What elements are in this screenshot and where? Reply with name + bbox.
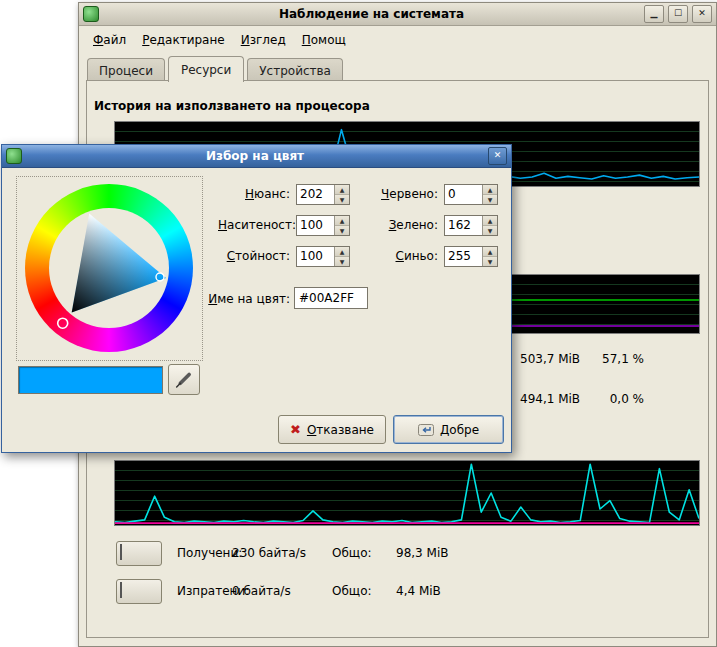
maximize-button[interactable]: ☐ [668, 5, 688, 23]
hue-down-arrow[interactable]: ▼ [335, 195, 349, 204]
network-sent-row: Изпратени: 0 байта/s Общо: 4,4 MiB [116, 577, 441, 605]
cpu-history-heading: История на използването на процесора [94, 99, 370, 113]
saturation-field: Наситеност: ▲▼ [218, 214, 350, 236]
sent-color-fill [120, 582, 122, 598]
minimize-icon: ▁ [651, 8, 658, 18]
saturation-up-arrow[interactable]: ▲ [335, 216, 349, 226]
red-down-arrow[interactable]: ▼ [483, 195, 497, 204]
memory-amount: 503,7 MiB [520, 352, 580, 366]
hue-label: Нюанс: [218, 187, 296, 201]
dialog-title: Избор на цвят [26, 149, 484, 163]
dialog-close-button[interactable]: ✕ [488, 147, 507, 165]
received-rate: 230 байта/s [232, 546, 332, 560]
network-received-row: Получени: 230 байта/s Общо: 98,3 MiB [116, 539, 448, 567]
blue-down-arrow[interactable]: ▼ [483, 257, 497, 266]
received-total-label: Общо: [332, 546, 396, 560]
ok-enter-icon [418, 422, 434, 438]
ok-button[interactable]: Добре [393, 415, 504, 444]
sent-color-button[interactable] [116, 579, 162, 604]
dialog-titlebar[interactable]: Избор на цвят ✕ [2, 145, 511, 168]
tab-processes[interactable]: Процеси [87, 58, 165, 82]
hue-up-arrow[interactable]: ▲ [335, 185, 349, 195]
swap-amount: 494,1 MiB [520, 392, 580, 406]
value-input[interactable] [297, 247, 334, 266]
green-input[interactable] [445, 216, 482, 235]
color-name-label: Име на цвят: [200, 292, 290, 306]
sv-triangle[interactable] [25, 184, 193, 352]
hue-input[interactable] [297, 185, 334, 204]
swap-percent: 0,0 % [574, 392, 644, 406]
minimize-button[interactable]: ▁ [644, 5, 664, 23]
network-history-chart [114, 460, 700, 526]
sent-total: 4,4 MiB [396, 584, 441, 598]
cancel-icon: ✖ [290, 423, 301, 436]
close-icon: ✕ [698, 8, 706, 18]
sent-label: Изпратени: [177, 584, 232, 598]
saturation-input[interactable] [297, 216, 334, 235]
red-field: Червено: ▲▼ [376, 183, 498, 205]
memory-percent: 57,1 % [574, 352, 644, 366]
blue-input[interactable] [445, 247, 482, 266]
menu-view[interactable]: Изглед [233, 30, 294, 50]
blue-label: Синьо: [376, 249, 444, 263]
hue-field: Нюанс: ▲▼ [218, 183, 350, 205]
green-label: Зелено: [376, 218, 444, 232]
cancel-button[interactable]: ✖ Отказване [278, 415, 386, 444]
menu-edit[interactable]: Редактиране [134, 30, 233, 50]
eyedropper-icon [173, 369, 195, 391]
main-window-title: Наблюдение на системата [103, 7, 640, 21]
green-up-arrow[interactable]: ▲ [483, 216, 497, 226]
menu-file[interactable]: Файл [85, 30, 134, 50]
eyedropper-button[interactable] [168, 364, 200, 395]
close-button[interactable]: ✕ [692, 5, 712, 23]
saturation-down-arrow[interactable]: ▼ [335, 226, 349, 235]
hsv-wheel-area [16, 176, 203, 361]
received-color-button[interactable] [116, 541, 162, 566]
hue-marker [58, 318, 68, 328]
notebook-tabs: Процеси Ресурси Устройства [87, 55, 346, 81]
blue-up-arrow[interactable]: ▲ [483, 247, 497, 257]
sent-rate: 0 байта/s [232, 584, 332, 598]
desktop: Наблюдение на системата ▁ ☐ ✕ Файл Редак… [0, 0, 717, 647]
received-color-fill [120, 544, 122, 560]
green-field: Зелено: ▲▼ [376, 214, 498, 236]
red-input[interactable] [445, 185, 482, 204]
color-picker-dialog: Избор на цвят ✕ [1, 144, 512, 453]
value-field: Стойност: ▲▼ [218, 245, 350, 267]
tab-devices[interactable]: Устройства [247, 58, 343, 82]
green-down-arrow[interactable]: ▼ [483, 226, 497, 235]
value-label: Стойност: [218, 249, 296, 263]
red-label: Червено: [376, 187, 444, 201]
color-name-input[interactable] [294, 287, 368, 309]
value-up-arrow[interactable]: ▲ [335, 247, 349, 257]
maximize-icon: ☐ [674, 8, 682, 18]
red-up-arrow[interactable]: ▲ [483, 185, 497, 195]
dialog-app-icon [6, 148, 22, 164]
menu-help[interactable]: Помощ [294, 30, 354, 50]
color-preview [18, 366, 163, 394]
received-total: 98,3 MiB [396, 546, 448, 560]
value-down-arrow[interactable]: ▼ [335, 257, 349, 266]
received-label: Получени: [177, 546, 232, 560]
blue-field: Синьо: ▲▼ [376, 245, 498, 267]
system-monitor-app-icon [83, 6, 99, 22]
dialog-close-icon: ✕ [494, 150, 502, 160]
sent-total-label: Общо: [332, 584, 396, 598]
main-window-titlebar[interactable]: Наблюдение на системата ▁ ☐ ✕ [79, 3, 716, 26]
menubar: Файл Редактиране Изглед Помощ [79, 26, 716, 54]
cancel-label: Отказване [307, 423, 374, 437]
saturation-label: Наситеност: [218, 218, 296, 232]
ok-label: Добре [440, 423, 479, 437]
tab-resources[interactable]: Ресурси [168, 56, 244, 82]
